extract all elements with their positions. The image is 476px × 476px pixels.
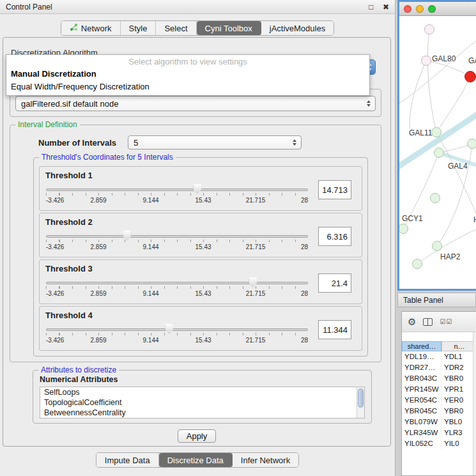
combo-stepper-icon[interactable] <box>293 139 296 146</box>
algorithm-option-manual-discretization[interactable]: Manual Discretization <box>6 68 369 81</box>
number-of-intervals-combobox[interactable]: 5 <box>128 135 302 150</box>
threshold-1-slider[interactable]: -3.426 2.859 9.144 15.43 21.715 28 <box>46 182 308 204</box>
cell[interactable]: YBR045C <box>402 406 441 417</box>
scrollbar-thumb[interactable] <box>358 388 364 408</box>
tab-impute-data[interactable]: Impute Data <box>96 453 159 467</box>
slider-scale: -3.426 2.859 9.144 15.43 21.715 28 <box>46 290 308 297</box>
table-data-selected-value: galFiltered.sif default node <box>21 99 118 109</box>
minimize-traffic-light[interactable] <box>416 5 424 13</box>
slider-ticks <box>46 286 308 289</box>
cell[interactable]: YER0 <box>441 395 476 406</box>
table-header-row: shared… n… <box>402 341 476 351</box>
column-header-name[interactable]: n… <box>441 341 476 351</box>
list-item[interactable]: TopologicalCoefficient <box>40 397 364 408</box>
cell[interactable]: YLR345W <box>402 427 441 438</box>
tab-label: Impute Data <box>105 456 150 465</box>
cell[interactable]: YBL079W <box>402 417 441 427</box>
cell[interactable]: YIL052C <box>402 438 441 449</box>
network-node[interactable] <box>412 259 422 269</box>
slider-track[interactable] <box>46 188 308 191</box>
table-data-combobox[interactable]: galFiltered.sif default node <box>15 96 376 111</box>
tab-infer-network[interactable]: Infer Network <box>233 453 298 467</box>
cell[interactable]: YER054C <box>402 395 441 406</box>
columns-icon[interactable] <box>423 318 433 326</box>
tab-select[interactable]: Select <box>156 21 196 35</box>
threshold-4-label: Threshold 4 <box>45 311 93 320</box>
threshold-1-value-field[interactable]: 14.713 <box>318 180 351 199</box>
network-node[interactable] <box>421 56 431 66</box>
threshold-2-value-field[interactable]: 6.316 <box>318 227 351 246</box>
apply-button[interactable]: Apply <box>178 429 216 443</box>
tick-label: 2.859 <box>90 243 106 250</box>
tab-label: Cyni Toolbox <box>205 24 252 33</box>
network-node-red[interactable] <box>464 71 476 82</box>
network-canvas[interactable]: GAL80 GA GAL11 GAL4 GCY1 H HAP2 <box>399 16 476 289</box>
column-header-shared-name[interactable]: shared… <box>402 341 441 351</box>
table-row[interactable]: YPR145WYPR1 <box>402 384 476 395</box>
float-window-button[interactable]: □ <box>369 3 373 12</box>
tick-label: 21.715 <box>246 290 266 297</box>
cell[interactable]: YBR0 <box>441 373 476 384</box>
tick-label: 28 <box>301 197 308 204</box>
tab-label: Discretize Data <box>167 456 224 465</box>
table-row[interactable]: YBR045CYBR0 <box>402 406 476 417</box>
network-node[interactable] <box>434 148 444 158</box>
table-row[interactable]: YBR043CYBR0 <box>402 373 476 384</box>
cell[interactable]: YLR3 <box>441 427 476 438</box>
zoom-traffic-light[interactable] <box>428 5 436 13</box>
tab-discretize-data[interactable]: Discretize Data <box>159 453 233 467</box>
list-item[interactable]: SelfLoops <box>40 387 364 397</box>
cell[interactable]: YBL0 <box>441 417 476 427</box>
tab-cyni-toolbox[interactable]: Cyni Toolbox <box>197 21 261 35</box>
cell[interactable]: YPR1 <box>441 384 476 395</box>
threshold-3-slider[interactable]: -3.426 2.859 9.144 15.43 21.715 28 <box>46 275 308 297</box>
list-item[interactable]: BetweennessCentrality <box>40 408 364 418</box>
network-node[interactable] <box>424 24 434 35</box>
cell[interactable]: YPR145W <box>402 384 441 395</box>
table-scrollbar[interactable] <box>473 332 476 475</box>
cell[interactable]: YIL0 <box>441 438 476 449</box>
cell[interactable]: YDL19… <box>402 351 441 362</box>
threshold-3-value-field[interactable]: 21.4 <box>318 273 351 293</box>
slider-track[interactable] <box>46 235 308 238</box>
tab-network[interactable]: Network <box>61 21 121 35</box>
close-window-button[interactable]: ✖ <box>383 3 389 12</box>
cell[interactable]: YBR043C <box>402 373 441 384</box>
tab-jactivemodules[interactable]: jActiveModules <box>261 21 334 35</box>
table-row[interactable]: YDR27…YDR2 <box>402 362 476 373</box>
table-row[interactable]: YLR345WYLR3 <box>402 427 476 438</box>
tick-label: 15.43 <box>195 243 211 250</box>
node-label-partial: GA <box>468 56 476 65</box>
table-row[interactable]: YBL079WYBL0 <box>402 417 476 427</box>
gear-icon[interactable]: ⚙ <box>408 317 416 326</box>
numerical-attributes-label: Numerical Attributes <box>40 375 118 384</box>
table-row[interactable]: YDL19…YDL1 <box>402 351 476 362</box>
cell[interactable]: YDR27… <box>402 362 441 373</box>
combo-stepper-icon[interactable] <box>367 100 371 107</box>
tick-label: 9.144 <box>142 290 158 297</box>
network-node[interactable] <box>431 127 441 137</box>
list-scrollbar[interactable] <box>357 387 364 418</box>
table-row[interactable]: YIL052CYIL0 <box>402 438 476 449</box>
threshold-2-slider[interactable]: -3.426 2.859 9.144 15.43 21.715 28 <box>46 229 308 250</box>
slider-track[interactable] <box>46 282 308 284</box>
threshold-4-slider[interactable]: -3.426 2.859 9.144 15.43 21.715 28 <box>46 322 308 344</box>
slider-ticks <box>46 333 308 335</box>
cell[interactable]: YDL1 <box>441 351 476 362</box>
threshold-2-label: Threshold 2 <box>45 217 93 227</box>
threshold-4-value-field[interactable]: 11.344 <box>318 320 351 339</box>
close-traffic-light[interactable] <box>404 5 411 13</box>
algorithm-option-equal-width-frequency[interactable]: Equal Width/Frequency Discretization <box>6 81 369 93</box>
slider-track[interactable] <box>46 328 308 331</box>
cell[interactable]: YDR2 <box>441 362 476 373</box>
network-node[interactable] <box>432 241 442 251</box>
table-row[interactable]: YER054CYER0 <box>402 395 476 406</box>
numerical-attributes-list[interactable]: SelfLoops TopologicalCoefficient Between… <box>40 387 365 418</box>
cell[interactable]: YBR0 <box>441 406 476 417</box>
select-columns-icon[interactable]: ☑☑ <box>440 318 452 325</box>
threshold-1-label: Threshold 1 <box>45 171 93 180</box>
network-node[interactable] <box>467 139 476 149</box>
tick-label: 21.715 <box>246 337 266 344</box>
tab-style[interactable]: Style <box>121 21 157 35</box>
network-node[interactable] <box>430 193 440 203</box>
